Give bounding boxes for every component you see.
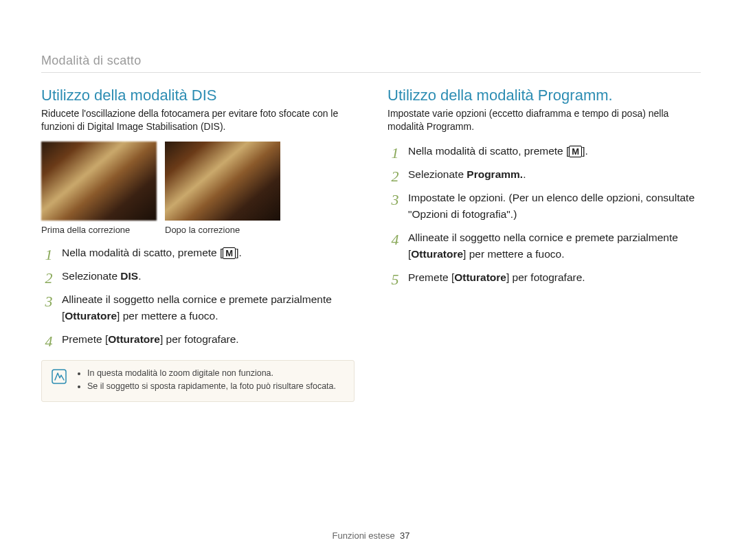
text: Impostate le opzioni. (Per un elenco del… <box>408 192 695 220</box>
dis-step-3: Allineate il soggetto nella cornice e pr… <box>41 291 355 324</box>
dis-image-before-wrap: Prima della correzione <box>41 142 157 235</box>
dis-image-after-wrap: Dopo la correzione <box>165 142 280 235</box>
text: ] per mettere a fuoco. <box>117 310 218 322</box>
programm-steps: Nella modalità di scatto, premete [M]. S… <box>387 143 701 286</box>
text-bold: Otturatore <box>65 310 117 322</box>
text: ] per mettere a fuoco. <box>463 248 564 260</box>
manual-page: Modalità di scatto Utilizzo della modali… <box>0 0 742 560</box>
dis-note-1: In questa modalità lo zoom digitale non … <box>87 368 336 380</box>
programm-intro: Impostate varie opzioni (eccetto diafram… <box>387 107 701 133</box>
programm-step-4: Allineate il soggetto nella cornice e pr… <box>387 229 701 262</box>
footer-page-number: 37 <box>400 530 409 541</box>
dis-image-row: Prima della correzione Dopo la correzion… <box>41 142 355 235</box>
dis-caption-after: Dopo la correzione <box>165 225 280 235</box>
page-footer: Funzioni estese 37 <box>0 530 742 541</box>
content-columns: Utilizzo della modalità DIS Riducete l'o… <box>41 87 701 402</box>
dis-steps: Nella modalità di scatto, premete [M]. S… <box>41 245 355 348</box>
dis-note-box: In questa modalità lo zoom digitale non … <box>41 360 355 402</box>
text: Selezionate <box>62 270 120 282</box>
text: ] per fotografare. <box>160 333 239 345</box>
text: . <box>138 270 141 282</box>
left-column: Utilizzo della modalità DIS Riducete l'o… <box>41 87 355 402</box>
text: ]. <box>236 247 242 258</box>
text: Premete [ <box>408 271 454 283</box>
dis-intro: Riducete l'oscillazione della fotocamera… <box>41 107 355 133</box>
programm-step-5: Premete [Otturatore] per fotografare. <box>387 269 701 286</box>
dis-image-before <box>41 142 157 221</box>
footer-section: Funzioni estese <box>333 530 395 541</box>
text-bold: Otturatore <box>454 271 506 283</box>
header-divider <box>41 72 701 73</box>
text: Premete [ <box>62 333 108 345</box>
mode-icon: M <box>569 146 582 157</box>
dis-title: Utilizzo della modalità DIS <box>41 87 355 104</box>
dis-step-2: Selezionate DIS. <box>41 268 355 284</box>
text-bold: Otturatore <box>411 248 463 260</box>
text: ]. <box>582 145 588 157</box>
dis-note-2: Se il soggetto si sposta rapidamente, la… <box>87 381 336 393</box>
text: ] per fotografare. <box>506 271 585 283</box>
programm-step-1: Nella modalità di scatto, premete [M]. <box>387 143 701 159</box>
text: Selezionate <box>408 168 466 180</box>
right-column: Utilizzo della modalità Programm. Impost… <box>387 87 701 402</box>
dis-caption-before: Prima della correzione <box>41 225 157 235</box>
programm-step-2: Selezionate Programm.. <box>387 166 701 183</box>
programm-step-3: Impostate le opzioni. (Per un elenco del… <box>387 190 701 223</box>
text: . <box>523 168 526 180</box>
programm-title: Utilizzo della modalità Programm. <box>387 87 701 104</box>
dis-image-after <box>165 142 280 221</box>
page-header: Modalità di scatto <box>41 54 701 68</box>
text: Nella modalità di scatto, premete [ <box>408 145 569 157</box>
dis-note-list: In questa modalità lo zoom digitale non … <box>76 368 336 394</box>
mode-icon: M <box>223 247 236 259</box>
text-bold: Otturatore <box>108 333 160 345</box>
text: Nella modalità di scatto, premete [ <box>62 247 223 258</box>
text-bold: Programm. <box>466 168 523 180</box>
text-bold: DIS <box>120 270 138 282</box>
dis-step-1: Nella modalità di scatto, premete [M]. <box>41 245 355 261</box>
note-icon <box>52 369 67 384</box>
dis-step-4: Premete [Otturatore] per fotografare. <box>41 331 355 348</box>
